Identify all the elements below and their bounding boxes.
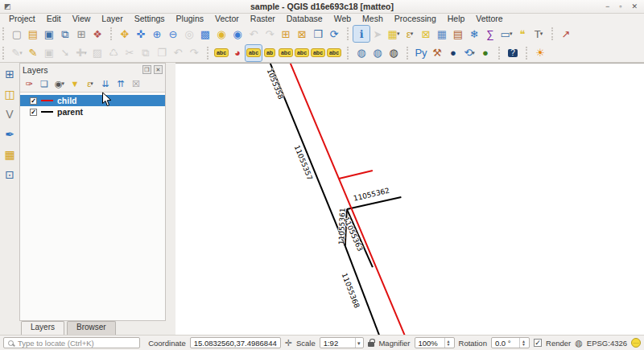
vertex-tool-dropdown-icon[interactable]: ▾ <box>84 50 87 56</box>
rotation-spin-icons[interactable]: ▲▼ <box>519 338 526 348</box>
scale-combobox[interactable]: 1:92 ▾ <box>320 337 365 348</box>
filter-by-expression-button[interactable]: ε▾ <box>83 77 97 91</box>
open-project-button[interactable]: ▤ <box>25 26 41 42</box>
select-by-expression-dropdown-icon[interactable]: ▾ <box>411 31 414 37</box>
rotate-label-button[interactable]: abc <box>310 45 326 61</box>
new-project-button[interactable]: ▢ <box>9 26 25 42</box>
new-shapefile-layer-button[interactable]: V <box>2 106 18 122</box>
open-layer-styling-button[interactable]: ✑ <box>22 77 36 91</box>
manage-map-themes-button[interactable]: ◉▾ <box>52 77 67 91</box>
crs-status[interactable]: EPSG:4326 <box>587 339 627 348</box>
menu-processing[interactable]: Processing <box>389 14 442 24</box>
processing-history-dropdown-icon[interactable]: ▾ <box>472 50 475 56</box>
panel-splitter[interactable] <box>166 63 175 335</box>
menu-settings[interactable]: Settings <box>129 14 171 24</box>
filter-by-expression-dropdown-icon[interactable]: ▾ <box>90 80 93 87</box>
new-virtual-layer-button[interactable]: ⊡ <box>2 167 18 183</box>
measure-button[interactable]: ▭▾ <box>498 26 514 42</box>
scale-dropdown-icon[interactable]: ▾ <box>355 338 361 348</box>
render-checkbox[interactable]: ✓ <box>534 339 542 347</box>
select-features-button[interactable]: ▦▾ <box>386 26 402 42</box>
coordinate-input[interactable]: 15.0832560,37.4986844 <box>190 337 281 348</box>
zoom-full-extent-button[interactable]: ▩ <box>197 26 213 42</box>
float-panel-button[interactable]: ❐ <box>142 65 151 74</box>
new-memory-layer-button[interactable]: ▦ <box>2 146 18 163</box>
help-contents-button[interactable]: ? <box>505 45 521 61</box>
filter-legend-button[interactable]: ▼ <box>68 77 82 91</box>
menu-layer[interactable]: Layer <box>96 14 128 24</box>
save-project-button[interactable]: ▣ <box>41 26 57 42</box>
menu-project[interactable]: Project <box>3 14 41 24</box>
layer-checkbox-parent[interactable]: ✓ <box>30 109 37 116</box>
menu-view[interactable]: View <box>67 14 97 24</box>
extent-toggle-icon[interactable]: ✛ <box>285 338 292 348</box>
add-group-button[interactable]: ❏ <box>37 77 52 91</box>
pan-to-selection-button[interactable]: ✜ <box>133 26 149 42</box>
sun-raster-tool-button[interactable]: ☀ <box>532 45 548 61</box>
close-button[interactable]: ✕ <box>631 2 638 10</box>
menu-vector[interactable]: Vector <box>209 14 245 24</box>
select-by-expression-button[interactable]: ε▾ <box>402 26 418 42</box>
identify-features-button[interactable]: ℹ <box>353 26 369 42</box>
field-calculator-button[interactable]: ▤ <box>450 26 466 42</box>
close-panel-button[interactable]: ✕ <box>154 65 163 74</box>
maximize-button[interactable]: ▫ <box>619 2 621 10</box>
pin-unpin-labels-button[interactable]: abc <box>246 45 262 61</box>
minimize-button[interactable]: − <box>605 2 609 10</box>
zoom-out-button[interactable]: ⊖ <box>165 26 181 42</box>
map-tips-button[interactable]: ❝ <box>514 26 530 42</box>
move-label-button[interactable]: abc <box>294 45 310 61</box>
refresh-map-button[interactable]: ⟳ <box>326 26 342 42</box>
python-console-button[interactable]: Py <box>413 45 429 61</box>
deselect-all-button[interactable]: ⊠ <box>418 26 434 42</box>
metasearch-button[interactable]: ◍ <box>369 45 386 61</box>
expand-all-button[interactable]: ⇊ <box>98 77 113 91</box>
remove-layer-button[interactable]: ☒ <box>129 77 143 91</box>
text-annotation-dropdown-icon[interactable]: ▾ <box>540 31 543 37</box>
web-service-search-button[interactable]: ◍ <box>386 45 402 61</box>
elevation-profile-button[interactable]: ↗ <box>558 26 574 42</box>
zoom-in-button[interactable]: ⊕ <box>149 26 165 42</box>
menu-raster[interactable]: Raster <box>245 14 281 24</box>
menu-plugins[interactable]: Plugins <box>171 14 209 24</box>
menu-edit[interactable]: Edit <box>41 14 67 24</box>
messages-icon[interactable]: ··· <box>631 338 641 348</box>
change-label-properties-button[interactable]: abc <box>326 45 342 61</box>
pan-map-button[interactable]: ✥ <box>117 26 133 42</box>
collapse-all-button[interactable]: ⇈ <box>114 77 128 91</box>
layer-diagram-options-button[interactable]: ◕ <box>229 45 246 61</box>
menu-mesh[interactable]: Mesh <box>357 14 389 24</box>
menu-database[interactable]: Database <box>281 14 328 24</box>
statistical-summary-button[interactable]: ∑ <box>482 26 498 42</box>
measure-dropdown-icon[interactable]: ▾ <box>510 31 513 37</box>
current-edits-dropdown-icon[interactable]: ▾ <box>19 50 23 56</box>
magnifier-spinbox[interactable]: 100% ▲▼ <box>415 337 455 348</box>
processing-history-button[interactable]: ⟲▾ <box>461 45 477 61</box>
menu-help[interactable]: Help <box>442 14 471 24</box>
layer-labeling-options-button[interactable]: abc <box>213 45 229 61</box>
geocoding-globe-button[interactable]: ● <box>445 45 461 61</box>
style-manager-button[interactable]: ❖ <box>89 26 105 42</box>
spatial-bookmarks-button[interactable]: ❒ <box>310 26 326 42</box>
grass-tools-button[interactable]: ● <box>477 45 493 61</box>
lock-scale-icon[interactable] <box>368 342 374 347</box>
layout-manager-button[interactable]: ⊞ <box>73 26 89 42</box>
new-3d-map-view-button[interactable]: ⊠ <box>294 26 310 42</box>
layer-row-parent[interactable]: ✓parent <box>20 106 165 117</box>
tab-browser[interactable]: Browser <box>67 321 116 335</box>
map-canvas[interactable]: 1055358110553571105536211055361110553631… <box>175 63 644 335</box>
processing-toolbox-button[interactable]: ❄ <box>466 26 482 42</box>
menu-vettore[interactable]: Vettore <box>470 14 508 24</box>
show-hide-labels-button[interactable]: abc <box>278 45 294 61</box>
zoom-to-layer-button[interactable]: ◉ <box>229 26 246 42</box>
select-features-dropdown-icon[interactable]: ▾ <box>397 31 400 37</box>
zoom-to-selection-button[interactable]: ◉ <box>213 26 229 42</box>
rotation-spinbox[interactable]: 0.0 ° ▲▼ <box>491 337 530 348</box>
data-source-manager-button[interactable]: ⊞ <box>2 66 18 82</box>
db-manager-button[interactable]: ◫ <box>2 86 18 102</box>
locator-search-input[interactable]: Type to locate (Ctrl+K) <box>3 337 140 348</box>
add-ows-layer-button[interactable]: ◍ <box>353 45 369 61</box>
toggle-editing-button[interactable]: ✎ <box>25 45 41 61</box>
highlight-pinned-labels-button[interactable]: ab <box>262 45 278 61</box>
new-map-view-button[interactable]: ⊞ <box>278 26 294 42</box>
